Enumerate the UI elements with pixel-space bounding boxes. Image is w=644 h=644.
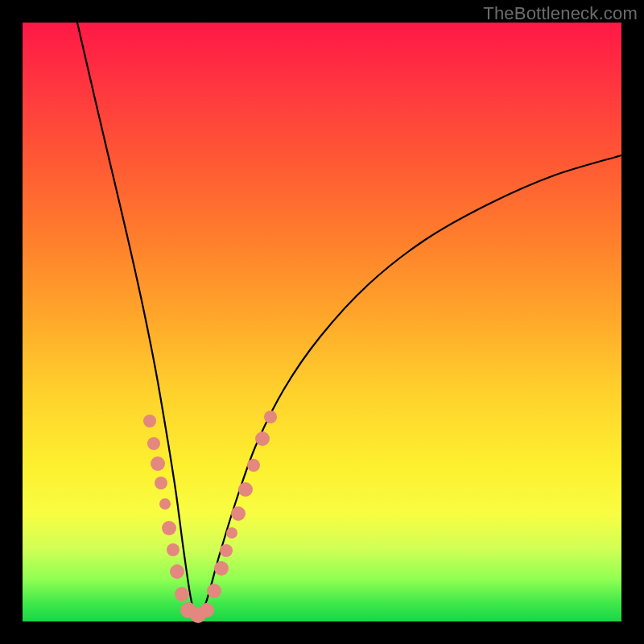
data-dot bbox=[231, 506, 246, 521]
data-dot bbox=[207, 584, 221, 598]
data-dot bbox=[175, 587, 189, 601]
data-dot bbox=[255, 431, 270, 446]
data-dot bbox=[247, 459, 260, 472]
data-dot bbox=[143, 415, 156, 427]
watermark-text: TheBottleneck.com bbox=[483, 3, 638, 24]
data-dot bbox=[162, 521, 176, 535]
curve-layer bbox=[23, 23, 621, 621]
curve-path bbox=[77, 23, 621, 615]
data-dots bbox=[143, 411, 277, 623]
data-dot bbox=[170, 564, 184, 579]
data-dot bbox=[220, 544, 233, 557]
plot-area bbox=[23, 23, 621, 621]
chart-frame: TheBottleneck.com bbox=[0, 0, 644, 644]
data-dot bbox=[167, 543, 180, 556]
data-dot bbox=[155, 477, 167, 489]
bottleneck-curve bbox=[77, 23, 621, 615]
data-dot bbox=[147, 437, 160, 450]
data-dot bbox=[214, 561, 229, 576]
data-dot bbox=[200, 603, 214, 617]
data-dot bbox=[264, 411, 277, 423]
data-dot bbox=[226, 527, 237, 539]
data-dot bbox=[238, 482, 253, 497]
data-dot bbox=[151, 456, 165, 471]
data-dot bbox=[159, 498, 171, 510]
